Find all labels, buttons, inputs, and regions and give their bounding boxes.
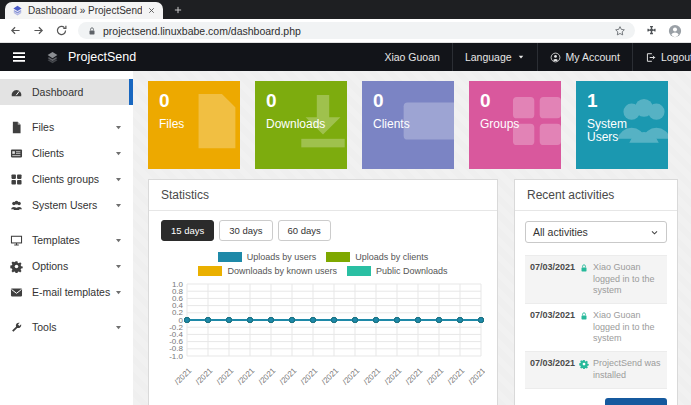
users-icon bbox=[10, 199, 23, 212]
caret-down-icon bbox=[114, 175, 123, 184]
browser-tab[interactable]: Dashboard » ProjectSend bbox=[5, 2, 163, 19]
reload-icon[interactable] bbox=[55, 24, 68, 37]
address-bar[interactable]: projectsend.linuxbabe.com/dashboard.php bbox=[78, 22, 635, 39]
statistics-panel: Statistics 15 days30 days60 days Uploads… bbox=[148, 179, 498, 405]
forward-icon[interactable] bbox=[32, 24, 45, 37]
tachometer-icon bbox=[10, 86, 23, 99]
chevron-down-icon bbox=[650, 228, 659, 237]
lock-icon bbox=[579, 263, 589, 273]
sidebar-item-system-users[interactable]: System Users bbox=[0, 192, 133, 218]
sidebar-item-label: System Users bbox=[32, 199, 97, 211]
legend-label: Uploads by clients bbox=[355, 252, 428, 262]
gear-icon bbox=[579, 359, 589, 369]
svg-text:/2021: /2021 bbox=[236, 366, 257, 387]
stat-card-label: System Users bbox=[587, 118, 657, 144]
svg-text:/2021: /2021 bbox=[320, 366, 341, 387]
projectsend-favicon bbox=[12, 5, 23, 16]
stat-card-groups[interactable]: 0Groups bbox=[469, 81, 561, 169]
caret-down-icon bbox=[114, 288, 123, 297]
svg-text:/2021: /2021 bbox=[278, 366, 299, 387]
sidebar-item-label: Clients bbox=[32, 147, 64, 159]
stat-card-files[interactable]: 0Files bbox=[148, 81, 240, 169]
sidebar-item-label: Dashboard bbox=[32, 86, 83, 98]
grid-icon bbox=[10, 173, 23, 186]
main-content: 0Files0Downloads0Clients0Groups1System U… bbox=[133, 71, 691, 405]
sidebar-item-templates[interactable]: Templates bbox=[0, 227, 133, 253]
svg-text:-1.0: -1.0 bbox=[169, 352, 183, 361]
sidebar-item-clients-groups[interactable]: Clients groups bbox=[0, 166, 133, 192]
legend-swatch bbox=[326, 252, 350, 262]
sidebar-item-label: Templates bbox=[32, 234, 80, 246]
view-all-button[interactable]: View all bbox=[605, 398, 667, 405]
statistics-title: Statistics bbox=[149, 180, 497, 211]
activity-row: 07/03/2021ProjectSend was installed bbox=[525, 352, 667, 388]
app-brand: ProjectSend bbox=[68, 50, 136, 64]
caret-down-icon bbox=[114, 262, 123, 271]
svg-text:/2021: /2021 bbox=[467, 366, 485, 387]
range-button-15-days[interactable]: 15 days bbox=[161, 220, 214, 241]
sidebar-item-dashboard[interactable]: Dashboard bbox=[0, 79, 133, 105]
range-button-30-days[interactable]: 30 days bbox=[219, 220, 272, 241]
svg-text:/2021: /2021 bbox=[404, 366, 425, 387]
back-icon[interactable] bbox=[9, 24, 22, 37]
recent-activities-title: Recent activities bbox=[515, 180, 677, 211]
sidebar-toggle-button[interactable] bbox=[0, 43, 38, 71]
svg-text:/2021: /2021 bbox=[362, 366, 383, 387]
sidebar-item-files[interactable]: Files bbox=[0, 114, 133, 140]
stat-card-value: 0 bbox=[266, 91, 347, 112]
envelope-icon bbox=[10, 286, 23, 299]
navbar-right: Xiao Guoan Language My Account Logout bbox=[372, 43, 691, 71]
activity-date: 07/03/2021 bbox=[530, 310, 575, 345]
wrench-icon bbox=[10, 321, 23, 334]
caret-down-icon bbox=[114, 201, 123, 210]
activities-filter-value: All activities bbox=[533, 226, 588, 238]
language-menu[interactable]: Language bbox=[452, 43, 537, 71]
stat-card-value: 0 bbox=[373, 91, 454, 112]
sidebar-item-label: Files bbox=[32, 121, 54, 133]
legend-item: Downloads by known users bbox=[198, 266, 337, 276]
legend-item: Uploads by users bbox=[218, 252, 317, 262]
bookmark-star-icon[interactable] bbox=[614, 25, 626, 37]
tab-close-icon[interactable] bbox=[147, 6, 156, 15]
new-tab-button[interactable] bbox=[173, 5, 183, 15]
logout-icon bbox=[645, 52, 656, 63]
my-account-link[interactable]: My Account bbox=[537, 43, 632, 71]
sidebar-item-label: Tools bbox=[32, 321, 57, 333]
activity-text: Xiao Guoan logged in to the system bbox=[593, 310, 662, 345]
sidebar-item-clients[interactable]: Clients bbox=[0, 140, 133, 166]
svg-text:/2021: /2021 bbox=[383, 366, 404, 387]
stat-card-downloads[interactable]: 0Downloads bbox=[255, 81, 347, 169]
legend-swatch bbox=[218, 252, 242, 262]
stat-card-system-users[interactable]: 1System Users bbox=[576, 81, 668, 169]
stat-card-value: 0 bbox=[159, 91, 240, 112]
extensions-icon[interactable] bbox=[645, 24, 658, 37]
stat-card-label: Groups bbox=[480, 118, 550, 131]
sidebar-item-e-mail-templates[interactable]: E-mail templates bbox=[0, 279, 133, 305]
activity-text: ProjectSend was installed bbox=[593, 358, 662, 381]
activity-list: 07/03/2021Xiao Guoan logged in to the sy… bbox=[525, 255, 667, 389]
activities-filter-select[interactable]: All activities bbox=[525, 221, 667, 243]
sidebar-item-options[interactable]: Options bbox=[0, 253, 133, 279]
svg-text:/2021: /2021 bbox=[446, 366, 467, 387]
user-name: Xiao Guoan bbox=[372, 43, 451, 71]
stat-card-clients[interactable]: 0Clients bbox=[362, 81, 454, 169]
legend-label: Uploads by users bbox=[247, 252, 317, 262]
sidebar-item-tools[interactable]: Tools bbox=[0, 314, 133, 340]
stat-card-value: 0 bbox=[480, 91, 561, 112]
legend-item: Public Downloads bbox=[347, 266, 448, 276]
stat-cards-row: 0Files0Downloads0Clients0Groups1System U… bbox=[148, 81, 678, 169]
browser-profile-avatar[interactable] bbox=[668, 24, 682, 38]
legend-item: Uploads by clients bbox=[326, 252, 428, 262]
logout-link[interactable]: Logout bbox=[632, 43, 691, 71]
range-buttons: 15 days30 days60 days bbox=[161, 220, 485, 241]
browser-toolbar: projectsend.linuxbabe.com/dashboard.php bbox=[0, 19, 691, 43]
hamburger-icon bbox=[11, 49, 27, 65]
caret-down-icon bbox=[114, 236, 123, 245]
sidebar-item-label: Options bbox=[32, 260, 68, 272]
legend-swatch bbox=[347, 266, 371, 276]
statistics-chart: 1.00.80.60.40.20-0.2-0.4-0.6-0.8-1.0/202… bbox=[161, 279, 485, 405]
chart-legend: Uploads by usersUploads by clientsDownlo… bbox=[161, 252, 485, 276]
legend-label: Public Downloads bbox=[376, 266, 448, 276]
range-button-60-days[interactable]: 60 days bbox=[278, 220, 331, 241]
projectsend-logo-icon bbox=[46, 51, 59, 64]
